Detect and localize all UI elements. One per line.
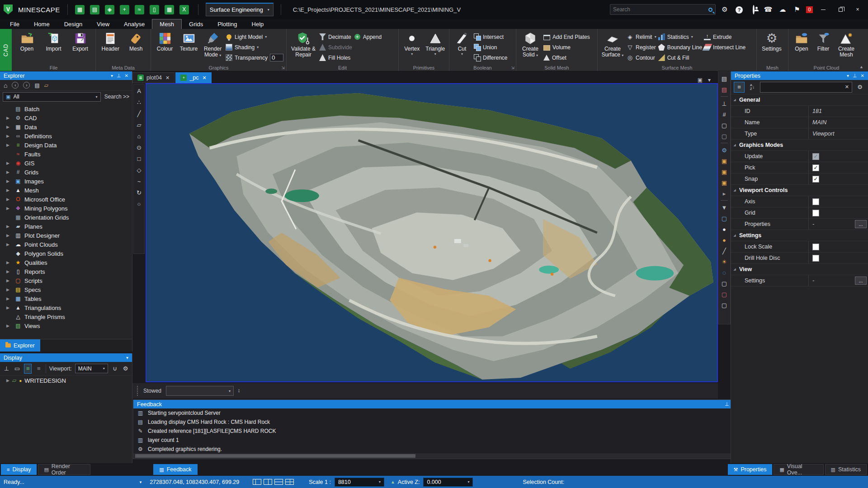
decimate-button[interactable]: Decimate <box>319 32 352 42</box>
explorer-search-toggle[interactable]: Search >> <box>104 94 129 100</box>
tree-item[interactable]: ▶ ≈ Faults <box>0 150 132 159</box>
collapse-icon[interactable]: ◢ <box>733 143 736 147</box>
checkbox[interactable] <box>812 164 819 171</box>
property-row[interactable]: ◢ Viewport Controls <box>731 185 868 196</box>
property-row[interactable]: ◢ Lock Scale <box>731 241 868 253</box>
stowed-expander[interactable]: ▴▾ <box>238 389 240 393</box>
measure-line-icon[interactable]: ╱ <box>719 245 729 256</box>
tree-item[interactable]: ▶ ▦ Data <box>0 122 132 131</box>
tab-render-order[interactable]: ▤ Render Order <box>38 464 90 475</box>
tree-item[interactable]: ▶ ▣ Images <box>0 177 132 186</box>
tab-feedback[interactable]: ▥ Feedback <box>153 464 197 475</box>
paste-orange-icon[interactable]: ▣ <box>719 155 729 166</box>
select-page-icon[interactable]: ▢ <box>719 289 729 300</box>
open-button[interactable]: Open <box>14 30 39 64</box>
property-row[interactable]: ◢ Update <box>731 151 868 162</box>
gear-icon[interactable]: ⚙ <box>854 82 865 93</box>
close-icon[interactable]: ✕ <box>165 75 170 81</box>
cad-side-tab[interactable]: CAD <box>0 29 12 71</box>
layers-on-icon[interactable]: ≡ <box>24 364 32 374</box>
explorer-bottom-tab[interactable]: Explorer <box>0 339 40 352</box>
line-tool-icon[interactable]: ╱ <box>134 108 144 119</box>
page-app-icon[interactable]: ▯ <box>150 5 159 14</box>
property-row[interactable]: ◢ Settings <box>731 230 868 241</box>
tree-item[interactable]: ▶ ∞ Definitions <box>0 131 132 141</box>
create-solid-button[interactable]: Create Solid ▾ <box>519 30 542 64</box>
property-row[interactable]: ◢ Type Viewport <box>731 128 868 140</box>
transparency-input[interactable] <box>270 54 283 61</box>
search-box[interactable] <box>610 4 716 15</box>
workspace-selector[interactable]: Surface Engineering ▾ <box>206 3 274 16</box>
render-mode-button[interactable]: Render Mode ▾ <box>202 30 224 64</box>
layout-horizontal-split-button[interactable] <box>274 479 283 485</box>
clear-icon[interactable]: ✕ <box>845 84 849 90</box>
tree-item[interactable]: ▶ ⚙ CAD <box>0 113 132 122</box>
excel-app-icon[interactable]: X <box>179 5 189 14</box>
checkbox[interactable] <box>812 255 819 262</box>
film-app-icon[interactable]: ▤ <box>90 5 99 14</box>
checkbox[interactable] <box>812 198 819 205</box>
minimize-button[interactable] <box>816 3 830 16</box>
checkbox[interactable] <box>812 244 819 250</box>
search-input[interactable] <box>613 6 708 13</box>
property-row[interactable]: ◢ Grid <box>731 207 868 219</box>
tree-item[interactable]: ▶ ≡ Design Data <box>0 141 132 150</box>
close-icon[interactable]: ✕ <box>125 73 128 78</box>
categorized-view-icon[interactable]: ≡ <box>734 82 745 93</box>
page-dashed-icon[interactable]: ▢ <box>719 120 729 131</box>
collapse-icon[interactable]: ◢ <box>733 98 736 102</box>
tree-item[interactable]: ▶ ▤ Batch <box>0 104 132 113</box>
open-folder-icon[interactable]: ▱ <box>44 82 48 89</box>
viewport-combobox[interactable]: MAIN ▾ <box>75 364 108 373</box>
log-entry[interactable]: ▤ Loading display CMS Hard Rock : CMS Ha… <box>133 418 733 427</box>
wave-app-icon[interactable]: ≈ <box>135 5 144 14</box>
triangle-button[interactable]: Triangle▾ <box>425 30 446 64</box>
colour-button[interactable]: Colour <box>154 30 176 64</box>
tree-item[interactable]: ▶ ◆ Polygon Solids <box>0 249 132 258</box>
grid-icon[interactable]: # <box>719 109 729 120</box>
circle-tool-icon[interactable]: ○ <box>134 198 144 210</box>
maximize-button[interactable] <box>834 3 847 16</box>
property-row[interactable]: ◢ Pick <box>731 162 868 174</box>
phone-icon[interactable]: ☎ <box>763 5 774 14</box>
fill-holes-button[interactable]: Fill Holes <box>319 53 352 62</box>
offset-button[interactable]: Offset <box>543 53 590 62</box>
tree-item[interactable]: ▶ ▦ Orientation Grids <box>0 213 132 222</box>
layout-single-button[interactable] <box>253 479 261 485</box>
chevron-down-icon[interactable]: ▾ <box>126 355 128 360</box>
collapse-icon[interactable]: ◢ <box>733 188 736 192</box>
rectangle-tool-icon[interactable]: □ <box>134 153 144 164</box>
tree-item[interactable]: ▶ ★ Qualities <box>0 258 132 267</box>
book-app-icon[interactable]: ◈ <box>105 5 114 14</box>
log-entry[interactable]: ▥ Starting servpointcloud Server <box>133 408 733 418</box>
polyline-tool-icon[interactable]: ▱ <box>134 119 144 131</box>
drag-grip[interactable] <box>137 386 139 396</box>
intersect-button[interactable]: Intersect <box>474 32 507 42</box>
checkbox[interactable] <box>812 176 819 183</box>
difference-button[interactable]: Difference <box>474 53 507 62</box>
paperclip-icon[interactable]: ∪ <box>111 364 119 374</box>
statistics-button[interactable]: Statistics▾ <box>658 32 702 42</box>
rotate-tool-icon[interactable]: ↻ <box>134 187 144 198</box>
gear-icon[interactable]: ⚙ <box>122 364 129 374</box>
ribbon-collapse-icon[interactable]: ▲ <box>859 65 863 69</box>
polygon-tool-icon[interactable]: ⌂ <box>134 131 144 142</box>
header-button[interactable]: Header <box>99 30 123 64</box>
filter-icon[interactable]: ▼ <box>719 202 729 213</box>
property-row[interactable]: ◢ Properties - ... <box>731 219 868 230</box>
sep2[interactable] <box>719 141 729 145</box>
tree-item[interactable]: ▶ ▯ Reports <box>0 267 132 276</box>
texture-button[interactable]: Texture <box>178 30 200 64</box>
menu-plotting[interactable]: Plotting <box>210 19 244 29</box>
gear-icon[interactable]: ⚙ <box>719 5 730 14</box>
tab-statistics[interactable]: ▥ Statistics <box>825 464 867 475</box>
union-button[interactable]: Union <box>474 42 507 52</box>
relimit-button[interactable]: ◈ Relimit▾ <box>627 32 656 42</box>
ellipsis-button[interactable]: ... <box>855 277 867 285</box>
close-button[interactable]: × <box>851 3 864 16</box>
property-row[interactable]: ◢ ID 181 <box>731 106 868 117</box>
tree-item[interactable]: ▶ # Grids <box>0 168 132 177</box>
property-row[interactable]: ◢ Snap <box>731 174 868 185</box>
chevron-down-icon[interactable]: ▾ <box>140 480 142 484</box>
add-end-plates-button[interactable]: Add End Plates <box>543 32 590 42</box>
